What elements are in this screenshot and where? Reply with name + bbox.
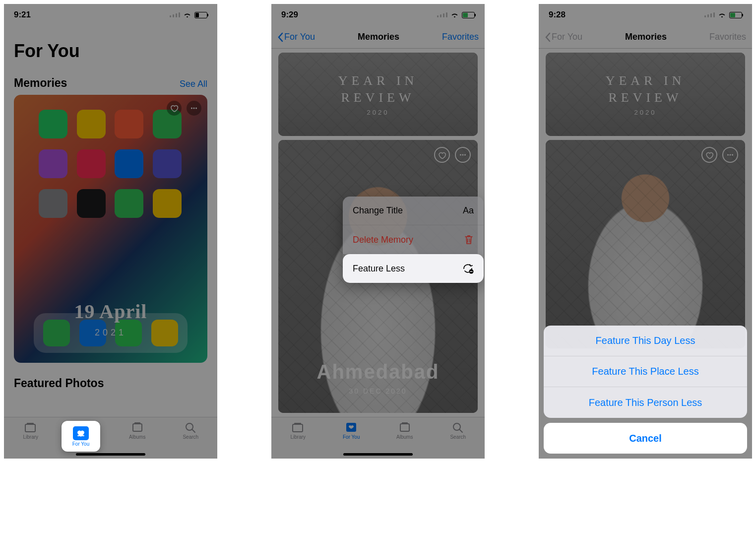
page-title: For You [4,26,217,67]
nav-favorites-link: Favorites [709,32,746,42]
tab-library[interactable]: Library [13,421,48,440]
chevron-left-icon [545,32,551,42]
tab-for-you[interactable]: For You [334,421,369,440]
menu-delete-label: Delete Memory [353,235,413,245]
for-you-icon [344,421,358,433]
svg-point-25 [732,154,733,156]
feature-place-less-button[interactable]: Feature This Place Less [544,356,747,387]
memory-person-card [546,140,745,348]
battery-charging-icon [729,12,742,18]
favorite-heart-button [701,147,717,163]
home-indicator[interactable] [76,453,145,456]
svg-rect-22 [470,271,473,271]
see-all-link[interactable]: See All [180,79,207,89]
more-options-button [722,147,738,163]
heart-icon [438,151,446,159]
feature-day-less-button[interactable]: Feature This Day Less [544,326,747,356]
svg-rect-18 [402,422,408,424]
memory-year-review-card[interactable]: YEAR IN REVIEW 2020 [278,53,478,136]
tab-library[interactable]: Library [281,421,315,440]
banner-line1: YEAR IN [338,72,418,89]
cancel-button[interactable]: Cancel [544,423,747,454]
nav-back-label: For You [284,32,315,42]
memory-year-review-card: YEAR IN REVIEW 2020 [546,53,745,136]
heart-icon [170,104,179,113]
memory-title-date: 19 April [14,300,207,323]
for-you-icon [73,426,89,440]
for-you-tab-highlight[interactable]: For You [62,421,100,452]
featured-photos-header: Featured Photos [4,363,217,395]
nav-title: Memories [625,32,667,42]
memory-thumbnail-content [39,110,183,218]
nav-back-button[interactable]: For You [277,32,315,42]
nav-favorites-link[interactable]: Favorites [442,32,479,42]
more-options-button[interactable] [187,101,201,116]
status-time: 9:29 [281,10,298,20]
svg-point-13 [464,154,466,156]
status-bar: 9:28 [539,4,752,26]
svg-point-2 [195,108,197,109]
memories-header-row: Memories See All [4,67,217,95]
svg-point-1 [193,108,195,109]
cellular-icon [437,12,447,17]
feature-person-less-button[interactable]: Feature This Person Less [544,387,747,418]
menu-change-title[interactable]: Change Title Aa [343,197,484,225]
banner-line1: YEAR IN [606,72,686,89]
menu-delete-memory[interactable]: Delete Memory [343,225,484,254]
favorite-heart-button[interactable] [434,147,450,163]
memory-place-label: Ahmedabad [278,361,478,383]
nav-bar: For You Memories Favorites [271,26,485,49]
menu-feature-less[interactable]: Feature Less [343,254,484,283]
wifi-icon [183,12,191,18]
svg-rect-10 [77,435,84,436]
tab-albums[interactable]: Albums [120,421,155,440]
search-icon [184,421,197,433]
banner-line2: REVIEW [338,89,418,106]
nav-back-button: For You [545,32,582,42]
battery-charging-icon [462,12,475,18]
status-bar: 9:21 [4,4,217,26]
nav-bar: For You Memories Favorites [539,26,752,49]
memories-heading: Memories [14,76,67,90]
memory-card[interactable]: 19 April 2021 [14,95,207,363]
svg-rect-7 [134,422,140,424]
cellular-icon [704,12,715,17]
more-options-button[interactable] [455,147,471,163]
screen-for-you: 9:21 For You Memories See All [4,4,217,459]
tab-search-label: Search [450,434,466,440]
svg-rect-17 [400,424,409,431]
svg-point-11 [460,154,461,156]
trash-icon [464,234,474,245]
favorite-heart-button[interactable] [167,101,182,116]
tab-search-label: Search [183,434,198,440]
banner-year: 2020 [606,109,686,116]
nav-title: Memories [358,32,399,42]
svg-rect-6 [133,424,142,431]
featured-photos-heading: Featured Photos [14,377,104,390]
tab-bar: Library For You Albums Search [4,417,217,459]
memories-carousel[interactable]: 19 April 2021 [4,95,217,363]
memory-context-menu: Change Title Aa Delete Memory Feature Le… [343,197,484,283]
svg-point-24 [730,154,731,156]
for-you-highlight-label: For You [72,441,89,447]
ellipsis-icon [726,150,735,159]
status-indicators [704,12,742,18]
screen-feature-less-action-sheet: 9:28 For You Memories Favorites YEAR IN … [539,4,752,459]
nav-back-label: For You [552,32,582,42]
svg-rect-15 [294,423,301,424]
action-sheet-options: Feature This Day Less Feature This Place… [544,326,747,418]
tab-albums-label: Albums [396,434,413,440]
status-time: 9:21 [14,10,31,20]
tab-library-label: Library [290,434,306,440]
tab-albums[interactable]: Albums [387,421,422,440]
tab-search[interactable]: Search [173,421,208,440]
menu-feature-less-label: Feature Less [353,264,405,274]
library-icon [291,421,305,433]
tab-search[interactable]: Search [441,421,475,440]
cellular-icon [170,12,180,17]
home-indicator[interactable] [343,453,413,456]
memory-date-label: 30 DEC 2020 [278,387,478,395]
screen-memories-context-menu: 9:29 For You Memories Favorites YEAR IN … [271,4,485,459]
heart-icon [705,151,714,159]
status-bar: 9:29 [271,4,485,26]
